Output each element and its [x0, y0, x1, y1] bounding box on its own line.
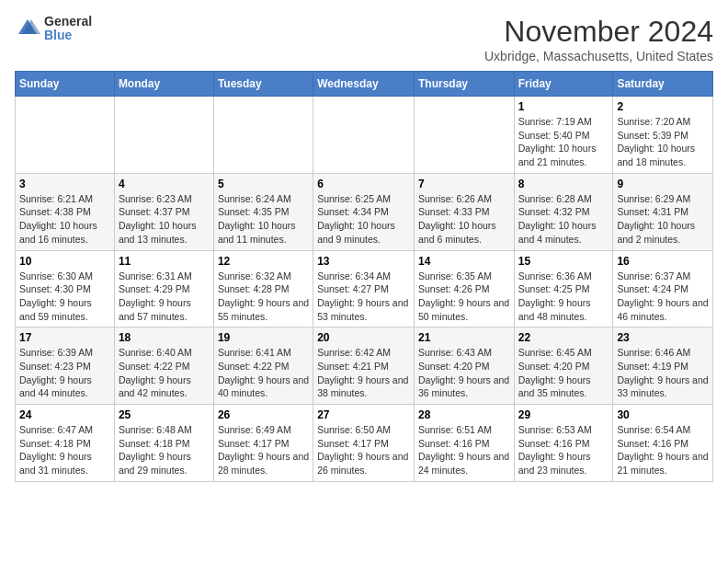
calendar-cell: 4Sunrise: 6:23 AMSunset: 4:37 PMDaylight…	[114, 173, 213, 250]
day-number: 1	[518, 100, 609, 113]
day-info: Sunrise: 6:45 AMSunset: 4:20 PMDaylight:…	[518, 346, 609, 400]
day-number: 13	[317, 255, 410, 268]
day-number: 4	[119, 178, 210, 190]
day-number: 9	[617, 178, 709, 190]
day-info: Sunrise: 6:37 AMSunset: 4:24 PMDaylight:…	[617, 270, 709, 324]
title-area: November 2024 Uxbridge, Massachusetts, U…	[484, 15, 713, 63]
calendar-cell: 28Sunrise: 6:51 AMSunset: 4:16 PMDayligh…	[414, 405, 514, 482]
calendar-week-2: 3Sunrise: 6:21 AMSunset: 4:38 PMDaylight…	[16, 173, 713, 250]
calendar-cell: 14Sunrise: 6:35 AMSunset: 4:26 PMDayligh…	[414, 250, 514, 327]
calendar-cell: 2Sunrise: 7:20 AMSunset: 5:39 PMDaylight…	[613, 97, 713, 174]
calendar-cell: 20Sunrise: 6:42 AMSunset: 4:21 PMDayligh…	[313, 327, 415, 405]
calendar-cell	[16, 97, 115, 174]
logo: General Blue	[15, 15, 92, 43]
calendar-cell: 19Sunrise: 6:41 AMSunset: 4:22 PMDayligh…	[213, 327, 313, 405]
month-title: November 2024	[484, 15, 713, 49]
header-thursday: Thursday	[414, 72, 514, 97]
day-info: Sunrise: 6:40 AMSunset: 4:22 PMDaylight:…	[119, 346, 210, 400]
day-info: Sunrise: 6:50 AMSunset: 4:17 PMDaylight:…	[317, 423, 410, 477]
day-number: 15	[518, 255, 609, 268]
calendar-cell: 23Sunrise: 6:46 AMSunset: 4:19 PMDayligh…	[613, 327, 713, 405]
calendar-week-5: 24Sunrise: 6:47 AMSunset: 4:18 PMDayligh…	[16, 405, 713, 482]
day-number: 11	[119, 255, 210, 268]
day-number: 29	[518, 408, 609, 421]
day-info: Sunrise: 6:21 AMSunset: 4:38 PMDaylight:…	[19, 192, 110, 247]
day-info: Sunrise: 6:35 AMSunset: 4:26 PMDaylight:…	[418, 270, 510, 324]
day-number: 12	[218, 255, 309, 268]
calendar-cell: 15Sunrise: 6:36 AMSunset: 4:25 PMDayligh…	[514, 250, 613, 327]
day-number: 16	[617, 255, 709, 268]
day-number: 22	[518, 331, 609, 344]
calendar-cell: 18Sunrise: 6:40 AMSunset: 4:22 PMDayligh…	[114, 327, 213, 405]
day-number: 20	[317, 331, 410, 344]
calendar-cell: 6Sunrise: 6:25 AMSunset: 4:34 PMDaylight…	[313, 173, 415, 250]
calendar-cell: 16Sunrise: 6:37 AMSunset: 4:24 PMDayligh…	[613, 250, 713, 327]
day-info: Sunrise: 7:20 AMSunset: 5:39 PMDaylight:…	[617, 115, 709, 169]
day-info: Sunrise: 6:34 AMSunset: 4:27 PMDaylight:…	[317, 270, 410, 324]
day-number: 21	[418, 331, 510, 344]
day-info: Sunrise: 6:41 AMSunset: 4:22 PMDaylight:…	[218, 346, 309, 400]
day-info: Sunrise: 6:48 AMSunset: 4:18 PMDaylight:…	[119, 423, 210, 477]
day-number: 18	[119, 331, 210, 344]
calendar-cell: 29Sunrise: 6:53 AMSunset: 4:16 PMDayligh…	[514, 405, 613, 482]
logo-general: General	[44, 15, 92, 29]
day-info: Sunrise: 6:30 AMSunset: 4:30 PMDaylight:…	[19, 270, 110, 324]
calendar-cell: 3Sunrise: 6:21 AMSunset: 4:38 PMDaylight…	[16, 173, 115, 250]
day-number: 2	[617, 100, 709, 113]
day-number: 7	[418, 178, 510, 190]
calendar-cell: 1Sunrise: 7:19 AMSunset: 5:40 PMDaylight…	[514, 97, 613, 174]
day-number: 3	[19, 178, 110, 190]
calendar-cell: 25Sunrise: 6:48 AMSunset: 4:18 PMDayligh…	[114, 405, 213, 482]
day-info: Sunrise: 6:25 AMSunset: 4:34 PMDaylight:…	[317, 192, 410, 247]
calendar-cell: 22Sunrise: 6:45 AMSunset: 4:20 PMDayligh…	[514, 327, 613, 405]
day-info: Sunrise: 6:23 AMSunset: 4:37 PMDaylight:…	[119, 192, 210, 247]
calendar-cell: 9Sunrise: 6:29 AMSunset: 4:31 PMDaylight…	[613, 173, 713, 250]
calendar-week-1: 1Sunrise: 7:19 AMSunset: 5:40 PMDaylight…	[16, 97, 713, 174]
header-friday: Friday	[514, 72, 613, 97]
calendar-cell	[414, 97, 514, 174]
calendar: SundayMondayTuesdayWednesdayThursdayFrid…	[15, 71, 713, 482]
day-number: 23	[617, 331, 709, 344]
day-number: 8	[518, 178, 609, 190]
day-info: Sunrise: 6:29 AMSunset: 4:31 PMDaylight:…	[617, 192, 709, 247]
day-number: 25	[119, 408, 210, 421]
header-tuesday: Tuesday	[213, 72, 313, 97]
logo-icon	[15, 16, 40, 41]
header-saturday: Saturday	[613, 72, 713, 97]
day-info: Sunrise: 6:47 AMSunset: 4:18 PMDaylight:…	[19, 423, 110, 477]
logo-text: General Blue	[44, 15, 92, 43]
day-info: Sunrise: 6:26 AMSunset: 4:33 PMDaylight:…	[418, 192, 510, 247]
day-info: Sunrise: 6:39 AMSunset: 4:23 PMDaylight:…	[19, 346, 110, 400]
calendar-week-3: 10Sunrise: 6:30 AMSunset: 4:30 PMDayligh…	[16, 250, 713, 327]
day-number: 28	[418, 408, 510, 421]
day-info: Sunrise: 7:19 AMSunset: 5:40 PMDaylight:…	[518, 115, 609, 169]
logo-blue: Blue	[44, 29, 92, 42]
day-info: Sunrise: 6:51 AMSunset: 4:16 PMDaylight:…	[418, 423, 510, 477]
calendar-cell: 17Sunrise: 6:39 AMSunset: 4:23 PMDayligh…	[16, 327, 115, 405]
calendar-cell: 12Sunrise: 6:32 AMSunset: 4:28 PMDayligh…	[213, 250, 313, 327]
day-info: Sunrise: 6:24 AMSunset: 4:35 PMDaylight:…	[218, 192, 309, 247]
day-info: Sunrise: 6:53 AMSunset: 4:16 PMDaylight:…	[518, 423, 609, 477]
day-number: 26	[218, 408, 309, 421]
day-number: 14	[418, 255, 510, 268]
calendar-cell: 11Sunrise: 6:31 AMSunset: 4:29 PMDayligh…	[114, 250, 213, 327]
calendar-cell: 21Sunrise: 6:43 AMSunset: 4:20 PMDayligh…	[414, 327, 514, 405]
location: Uxbridge, Massachusetts, United States	[484, 49, 713, 63]
calendar-cell	[114, 97, 213, 174]
day-info: Sunrise: 6:46 AMSunset: 4:19 PMDaylight:…	[617, 346, 709, 400]
calendar-cell: 24Sunrise: 6:47 AMSunset: 4:18 PMDayligh…	[16, 405, 115, 482]
day-number: 6	[317, 178, 410, 190]
calendar-cell: 5Sunrise: 6:24 AMSunset: 4:35 PMDaylight…	[213, 173, 313, 250]
day-info: Sunrise: 6:36 AMSunset: 4:25 PMDaylight:…	[518, 270, 609, 324]
calendar-week-4: 17Sunrise: 6:39 AMSunset: 4:23 PMDayligh…	[16, 327, 713, 405]
day-info: Sunrise: 6:42 AMSunset: 4:21 PMDaylight:…	[317, 346, 410, 400]
calendar-cell: 26Sunrise: 6:49 AMSunset: 4:17 PMDayligh…	[213, 405, 313, 482]
calendar-cell: 8Sunrise: 6:28 AMSunset: 4:32 PMDaylight…	[514, 173, 613, 250]
day-info: Sunrise: 6:49 AMSunset: 4:17 PMDaylight:…	[218, 423, 309, 477]
day-number: 17	[19, 331, 110, 344]
day-info: Sunrise: 6:28 AMSunset: 4:32 PMDaylight:…	[518, 192, 609, 247]
calendar-cell	[213, 97, 313, 174]
calendar-cell: 27Sunrise: 6:50 AMSunset: 4:17 PMDayligh…	[313, 405, 415, 482]
header-sunday: Sunday	[16, 72, 115, 97]
header: General Blue November 2024 Uxbridge, Mas…	[15, 15, 713, 63]
